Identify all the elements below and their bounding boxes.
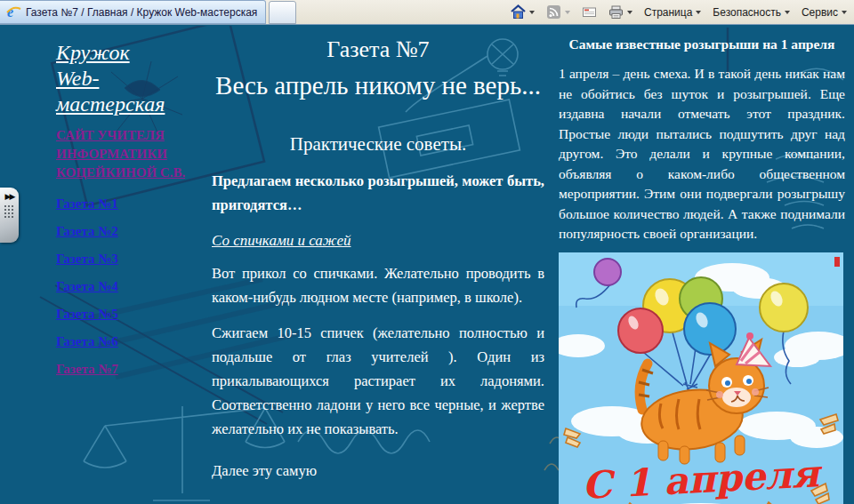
aside-paragraph: 1 апреля – день смеха. И в такой день ни… <box>559 64 845 244</box>
home-icon <box>511 4 526 20</box>
tab-title: Газета №7 / Главная / Кружок Web-мастерс… <box>26 6 257 19</box>
read-mail-button[interactable] <box>579 3 600 21</box>
sidebar-item-gazeta-2[interactable]: Газета №2 <box>56 225 188 238</box>
sidebar-title-link[interactable]: Кружок Web-мастерская <box>56 40 168 117</box>
mail-icon <box>582 4 597 20</box>
page-subtitle: Весь апрель никому не верь... <box>212 71 544 100</box>
prank-subheading-link[interactable]: Со спичками и сажей <box>212 232 544 250</box>
sidebar-item-gazeta-6[interactable]: Газета №6 <box>56 335 188 348</box>
rss-icon <box>546 4 561 20</box>
tools-dropdown-icon <box>842 11 847 14</box>
sidebar-item-gazeta-1[interactable]: Газета №1 <box>56 197 188 211</box>
feeds-dropdown-icon <box>565 11 570 14</box>
security-menu-button[interactable]: Безопасность <box>710 4 793 20</box>
sidebar-item-gazeta-5[interactable]: Газета №5 <box>56 308 188 321</box>
intro-paragraph: Предлагаем несколько розыгрышей, может б… <box>212 169 544 217</box>
body-paragraph: Сжигаем 10-15 спичек (желательно полност… <box>212 321 544 441</box>
page-menu-label: Страница <box>644 6 692 19</box>
sidebar-flyout-handle[interactable]: ▶▶ <box>0 188 19 243</box>
page-title: Газета №7 <box>212 36 544 63</box>
print-dropdown-icon[interactable] <box>627 11 632 14</box>
article-main: Газета №7 Весь апрель никому не верь... … <box>212 36 544 504</box>
tools-menu-button[interactable]: Сервис <box>799 4 850 20</box>
aside-heading: Самые известные розыгрыши на 1 апреля <box>559 36 845 52</box>
tools-menu-label: Сервис <box>802 6 838 19</box>
new-tab-button[interactable] <box>269 1 296 24</box>
security-menu-label: Безопасность <box>713 6 781 19</box>
print-button[interactable] <box>606 3 635 21</box>
drag-grip-icon <box>4 205 15 220</box>
section-heading: Практические советы. <box>212 133 544 156</box>
home-button[interactable] <box>508 3 537 21</box>
sidebar-item-gazeta-3[interactable]: Газета №3 <box>56 252 188 266</box>
teacher-site-link[interactable]: САЙТ УЧИТЕЛЯ ИНФОРМАТИКИ КОЦЕЙКИНОЙ С.В. <box>56 126 188 182</box>
double-arrow-icon: ▶▶ <box>5 191 14 202</box>
browser-tab[interactable]: e Газета №7 / Главная / Кружок Web-масте… <box>0 0 266 24</box>
page-content: ▶▶ Кружок Web-мастерская САЙТ УЧИТЕЛЯ ИН… <box>0 26 854 504</box>
browser-chrome: e Газета №7 / Главная / Кружок Web-масте… <box>0 0 854 25</box>
april-cat-image: С 1 апреля <box>559 252 843 504</box>
page-dropdown-icon <box>696 11 701 14</box>
body-paragraph: Вот прикол со спичками. Желательно прово… <box>212 261 544 309</box>
command-bar: Страница Безопасность Сервис <box>508 0 852 24</box>
image-corner-mark <box>834 257 840 267</box>
ie-logo-icon: e <box>6 4 21 20</box>
sidebar-item-gazeta-7[interactable]: Газета №7 <box>56 363 188 376</box>
home-dropdown-icon[interactable] <box>529 11 535 14</box>
newspaper-links: Газета №1 Газета №2 Газета №3 Газета №4 … <box>56 197 188 376</box>
article-aside: Самые известные розыгрыши на 1 апреля 1 … <box>559 36 845 504</box>
body-paragraph: Далее эту самую <box>212 459 544 483</box>
page-menu-button[interactable]: Страница <box>641 4 704 20</box>
security-dropdown-icon <box>785 11 790 14</box>
sidebar-item-gazeta-4[interactable]: Газета №4 <box>56 280 188 293</box>
sidebar-nav: Кружок Web-мастерская САЙТ УЧИТЕЛЯ ИНФОР… <box>56 40 188 390</box>
feeds-button[interactable] <box>544 3 573 21</box>
print-icon <box>608 4 624 20</box>
